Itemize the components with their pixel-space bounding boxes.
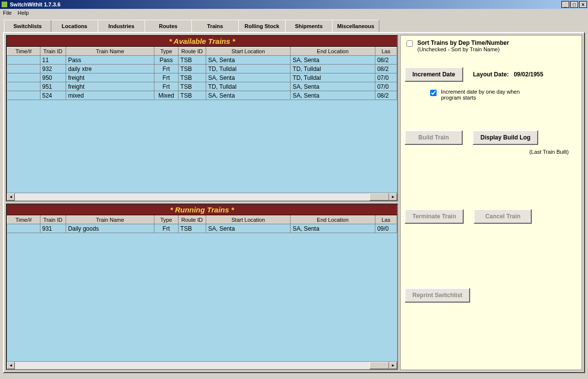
cell-train-id: 950	[40, 73, 66, 82]
cell-train-name: Daily goods	[66, 224, 154, 233]
scroll-thumb[interactable]	[369, 193, 389, 201]
cell-type: Pass	[154, 56, 178, 65]
scroll-thumb[interactable]	[369, 362, 389, 369]
cell-time	[7, 82, 40, 91]
window-title: SwitchWithIt 1.7.3.6	[10, 1, 61, 7]
close-button[interactable]: ×	[579, 1, 587, 8]
terminate-train-button[interactable]: Terminate Train	[404, 209, 464, 224]
cell-start: TD, Tulldal	[206, 82, 291, 91]
running-hscroll[interactable]: ◄ ►	[7, 361, 397, 369]
cell-time	[7, 73, 40, 82]
cell-train-name: freight	[66, 82, 154, 91]
running-trains-header: * Running Trains *	[7, 205, 397, 215]
increment-start-label: Increment date by one day when program s…	[441, 89, 525, 101]
scroll-left-icon[interactable]: ◄	[7, 193, 15, 201]
layout-date-label: Layout Date:	[473, 71, 509, 78]
cell-time	[7, 91, 40, 100]
cell-time	[7, 65, 40, 73]
scroll-left-icon[interactable]: ◄	[7, 362, 15, 369]
col-last[interactable]: Las	[375, 216, 397, 224]
reprint-switchlist-button[interactable]: Reprint Switchlist	[404, 288, 470, 303]
tab-routes[interactable]: Routes	[145, 20, 192, 32]
cell-route: TSB	[178, 56, 206, 65]
cell-end: SA, Senta	[291, 91, 375, 100]
col-last[interactable]: Las	[375, 47, 397, 56]
cell-time	[7, 56, 40, 65]
cell-train-name: Pass	[66, 56, 154, 65]
available-empty-area	[7, 100, 397, 193]
col-train-id[interactable]: Train ID	[40, 47, 66, 56]
col-time[interactable]: Time/#	[7, 216, 40, 224]
title-bar: SwitchWithIt 1.7.3.6 _ □ ×	[0, 0, 588, 9]
cell-train-id: 524	[40, 91, 66, 100]
cell-last: 08/2	[375, 65, 397, 73]
cell-last: 08/2	[375, 56, 397, 65]
cancel-train-button[interactable]: Cancel Train	[474, 209, 532, 224]
cell-type: Frt	[154, 73, 178, 82]
scroll-right-icon[interactable]: ►	[389, 362, 397, 369]
available-trains-table: Time/# Train ID Train Name Type Route ID…	[7, 47, 397, 100]
cell-start: SA, Senta	[206, 73, 291, 82]
cell-train-name: mixed	[66, 91, 154, 100]
col-train-name[interactable]: Train Name	[66, 47, 154, 56]
table-row[interactable]: 932daily xtreFrtTSBTD, TulldalTD, Tullda…	[7, 65, 397, 73]
cell-route: TSB	[178, 91, 206, 100]
col-end[interactable]: End Location	[291, 216, 375, 224]
running-trains-box: * Running Trains * Time/# Train ID Train…	[6, 204, 398, 370]
increment-date-button[interactable]: Increment Date	[404, 67, 463, 82]
tab-miscellaneous[interactable]: Miscellaneous	[332, 20, 379, 32]
running-empty-area	[7, 233, 397, 361]
cell-route: TSB	[178, 224, 206, 233]
maximize-button[interactable]: □	[570, 1, 578, 8]
col-end[interactable]: End Location	[291, 47, 375, 56]
col-type[interactable]: Type	[154, 216, 178, 224]
cell-type: Frt	[154, 224, 178, 233]
tab-industries[interactable]: Industries	[98, 20, 145, 32]
col-train-id[interactable]: Train ID	[40, 216, 66, 224]
tab-rolling-stock[interactable]: Rolling Stock	[238, 20, 286, 32]
left-pane: * Available Trains * Time/# Train ID Tra…	[6, 35, 398, 370]
table-header-row: Time/# Train ID Train Name Type Route ID…	[7, 216, 397, 224]
cell-end: TD, Tulldal	[291, 65, 375, 73]
build-train-button[interactable]: Build Train	[404, 130, 463, 145]
cell-train-name: freight	[66, 73, 154, 82]
tab-locations[interactable]: Locations	[51, 20, 98, 32]
col-train-name[interactable]: Train Name	[66, 216, 154, 224]
col-time[interactable]: Time/#	[7, 47, 40, 56]
sort-label: Sort Trains by Dep Time/Number	[417, 39, 509, 46]
sort-checkbox[interactable]	[406, 40, 413, 47]
app-icon	[1, 1, 8, 8]
col-start[interactable]: Start Location	[206, 216, 291, 224]
col-start[interactable]: Start Location	[206, 47, 291, 56]
scroll-right-icon[interactable]: ►	[389, 193, 397, 201]
minimize-button[interactable]: _	[561, 1, 569, 8]
available-trains-box: * Available Trains * Time/# Train ID Tra…	[6, 35, 398, 202]
available-hscroll[interactable]: ◄ ►	[7, 193, 397, 201]
menu-help[interactable]: Help	[18, 10, 29, 17]
tab-switchlists[interactable]: Switchlists	[4, 20, 51, 32]
table-row[interactable]: 931Daily goodsFrtTSBSA, SentaSA, Senta09…	[7, 224, 397, 233]
cell-type: Mixed	[154, 91, 178, 100]
tab-shipments[interactable]: Shipments	[285, 20, 332, 32]
col-type[interactable]: Type	[154, 47, 178, 56]
cell-last: 07/0	[375, 82, 397, 91]
cell-train-name: daily xtre	[66, 65, 154, 73]
menu-bar: File Help	[0, 9, 588, 18]
col-route[interactable]: Route ID	[178, 216, 206, 224]
table-row[interactable]: 950freightFrtTSBSA, SentaTD, Tulldal07/0	[7, 73, 397, 82]
display-build-log-button[interactable]: Display Build Log	[473, 130, 538, 145]
content-area: * Available Trains * Time/# Train ID Tra…	[3, 32, 585, 373]
cell-train-id: 931	[40, 224, 66, 233]
table-row[interactable]: 11PassPassTSBSA, SentaSA, Senta08/2	[7, 56, 397, 65]
right-pane: Sort Trains by Dep Time/Number (Unchecke…	[400, 35, 582, 370]
table-row[interactable]: 524mixedMixedTSBSA, SentaSA, Senta08/2	[7, 91, 397, 100]
menu-file[interactable]: File	[3, 10, 12, 17]
cell-route: TSB	[178, 65, 206, 73]
cell-train-id: 951	[40, 82, 66, 91]
available-trains-header: * Available Trains *	[7, 36, 397, 47]
increment-start-checkbox[interactable]	[430, 90, 437, 96]
table-row[interactable]: 951freightFrtTSBTD, TulldalSA, Senta07/0	[7, 82, 397, 91]
tab-trains[interactable]: Trains	[191, 20, 239, 32]
running-trains-table: Time/# Train ID Train Name Type Route ID…	[7, 215, 397, 233]
col-route[interactable]: Route ID	[178, 47, 206, 56]
